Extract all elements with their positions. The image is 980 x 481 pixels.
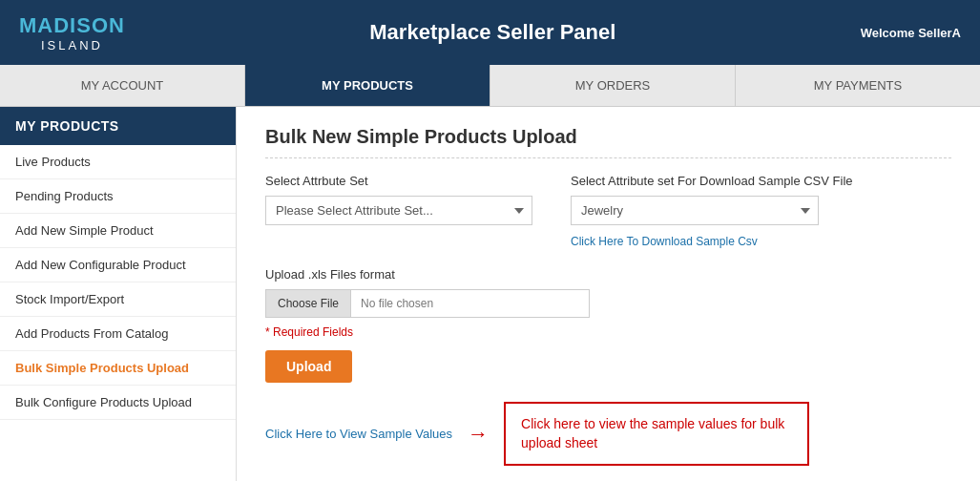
- sidebar-item-add-from-catalog[interactable]: Add Products From Catalog: [0, 317, 236, 351]
- page-title: Bulk New Simple Products Upload: [265, 126, 951, 158]
- content-area: Bulk New Simple Products Upload Select A…: [237, 107, 980, 481]
- upload-section: Upload .xls Files format Choose File No …: [265, 267, 951, 383]
- required-fields-label: * Required Fields: [265, 325, 951, 339]
- header-welcome: Welcome SellerA: [861, 26, 961, 40]
- logo-island: ISLAND: [41, 38, 103, 52]
- sidebar-item-add-simple[interactable]: Add New Simple Product: [0, 214, 236, 248]
- attribute-set-group: Select Attrbute Set Please Select Attrib…: [265, 174, 532, 248]
- tab-my-products[interactable]: MY PRODUCTS: [245, 65, 490, 106]
- download-csv-label: Select Attribute set For Download Sample…: [571, 174, 853, 188]
- attribute-set-label: Select Attrbute Set: [265, 174, 532, 188]
- tooltip-box: Click here to view the sample values for…: [504, 402, 809, 466]
- upload-button[interactable]: Upload: [265, 350, 352, 383]
- bottom-section: Click Here to View Sample Values → Click…: [265, 402, 951, 466]
- sidebar-item-stock-import[interactable]: Stock Import/Export: [0, 282, 236, 317]
- form-row: Select Attrbute Set Please Select Attrib…: [265, 174, 951, 248]
- sidebar-header: MY PRODUCTS: [0, 107, 236, 145]
- arrow-icon: →: [468, 422, 489, 447]
- sidebar-item-bulk-simple[interactable]: Bulk Simple Products Upload: [0, 351, 236, 386]
- arrow-container: →: [468, 422, 489, 447]
- choose-file-button[interactable]: Choose File: [266, 290, 351, 317]
- nav-tabs: MY ACCOUNT MY PRODUCTS MY ORDERS MY PAYM…: [0, 65, 980, 107]
- logo-madison: MADISON: [19, 13, 125, 38]
- header: MADISON ISLAND Marketplace Seller Panel …: [0, 0, 980, 65]
- tab-my-orders[interactable]: MY ORDERS: [490, 65, 736, 106]
- sidebar-item-bulk-configure[interactable]: Bulk Configure Products Upload: [0, 386, 236, 420]
- sidebar-item-live-products[interactable]: Live Products: [0, 145, 236, 179]
- download-csv-group: Select Attribute set For Download Sample…: [571, 174, 853, 248]
- file-input-row: Choose File No file chosen: [265, 289, 590, 318]
- attribute-set-select[interactable]: Please Select Attribute Set... Jewelry E…: [265, 196, 532, 225]
- tab-my-payments[interactable]: MY PAYMENTS: [736, 65, 980, 106]
- tab-my-account[interactable]: MY ACCOUNT: [0, 65, 245, 106]
- sidebar-item-pending-products[interactable]: Pending Products: [0, 179, 236, 214]
- upload-label: Upload .xls Files format: [265, 267, 951, 282]
- header-title: Marketplace Seller Panel: [125, 20, 861, 45]
- sidebar-item-add-configurable[interactable]: Add New Configurable Product: [0, 248, 236, 282]
- sidebar: MY PRODUCTS Live Products Pending Produc…: [0, 107, 237, 481]
- main-layout: MY PRODUCTS Live Products Pending Produc…: [0, 107, 980, 481]
- logo: MADISON ISLAND: [19, 13, 125, 52]
- download-csv-select[interactable]: Jewelry Electronics Clothing: [571, 196, 819, 225]
- sample-values-link[interactable]: Click Here to View Sample Values: [265, 427, 452, 441]
- file-name-display: No file chosen: [351, 290, 443, 317]
- seller-name: SellerA: [918, 26, 961, 40]
- download-csv-link[interactable]: Click Here To Download Sample Csv: [571, 235, 853, 248]
